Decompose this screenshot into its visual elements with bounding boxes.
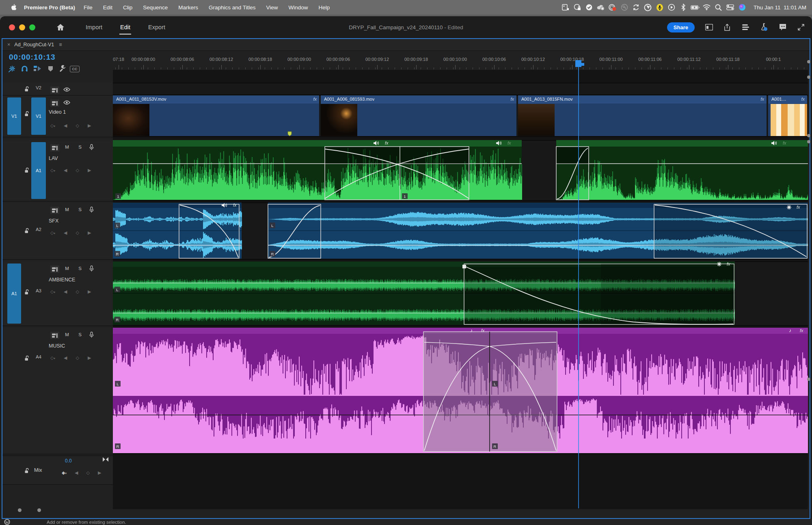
bluetooth-icon[interactable] [679, 3, 688, 12]
control-center-icon[interactable] [726, 3, 735, 12]
next-keyframe-icon[interactable]: ▶ [88, 123, 91, 128]
home-button[interactable] [56, 24, 65, 31]
apple-menu-icon[interactable] [11, 4, 17, 11]
lock-icon[interactable] [24, 167, 30, 173]
next-keyframe-icon[interactable]: ▶ [88, 168, 91, 173]
menu-item-edit[interactable]: Edit [98, 4, 118, 11]
keychain-icon[interactable] [620, 3, 629, 12]
track-target-a1[interactable]: A1 [31, 142, 46, 199]
add-keyframe-icon[interactable]: ◇ [76, 230, 79, 235]
siri-icon[interactable] [738, 3, 747, 12]
track-name-a4[interactable]: MUSIC [49, 343, 65, 349]
source-patch-a1[interactable]: A1 [7, 264, 21, 324]
solo-track-button[interactable]: S [77, 332, 83, 337]
lock-icon[interactable] [24, 289, 30, 295]
track-target-v1[interactable]: V1 [31, 97, 46, 135]
next-keyframe-icon[interactable]: ▶ [88, 289, 91, 294]
clip-marker[interactable] [287, 131, 292, 136]
voiceover-record-icon[interactable] [89, 207, 94, 213]
mute-track-button[interactable]: M [64, 332, 70, 337]
add-keyframe-icon[interactable]: ◇ [86, 470, 89, 475]
sequence-tab[interactable]: Ad_RoughCut-V1 [14, 42, 54, 48]
lock-icon[interactable] [24, 355, 30, 361]
vscroll-dot-4[interactable] [807, 140, 810, 143]
collapse-mix-icon[interactable] [102, 457, 109, 462]
menu-item-file[interactable]: File [78, 4, 98, 11]
creative-cloud-icon[interactable] [4, 519, 10, 525]
vscroll-dot-3[interactable] [807, 134, 810, 137]
tab-export[interactable]: Export [147, 22, 166, 33]
next-keyframe-icon[interactable]: ▶ [98, 470, 101, 475]
spotlight-icon[interactable] [714, 3, 723, 12]
toggle-track-output-icon[interactable] [63, 87, 70, 92]
video-clip[interactable]: A001_A006_081593.movfx [321, 95, 516, 136]
vscroll-dot-2[interactable] [807, 76, 810, 79]
keyframe-type-icon[interactable]: ◇▾ [50, 289, 55, 294]
insert-patch-icon[interactable] [50, 99, 59, 107]
insert-patch-icon[interactable] [50, 144, 59, 151]
prev-keyframe-icon[interactable]: ◀ [64, 123, 67, 128]
hscroll-handle-right[interactable] [37, 508, 41, 512]
captions-icon[interactable]: CC [70, 66, 80, 72]
screen-lock-icon[interactable] [573, 3, 582, 12]
track-target-v2[interactable]: V2 [31, 85, 46, 90]
lock-icon[interactable] [24, 86, 30, 92]
display-icon[interactable] [561, 3, 570, 12]
quick-export-icon[interactable] [723, 24, 731, 31]
menu-item-sequence[interactable]: Sequence [138, 4, 173, 11]
lock-icon[interactable] [24, 228, 30, 233]
menu-item-clip[interactable]: Clip [118, 4, 138, 11]
fullscreen-icon[interactable] [797, 24, 805, 31]
close-sequence-icon[interactable]: × [7, 42, 10, 48]
sync-icon[interactable] [632, 3, 641, 12]
track-name-a3[interactable]: AMBIENCE [49, 277, 75, 283]
audio-clip-lav-1[interactable] [113, 140, 522, 200]
prev-keyframe-icon[interactable]: ◀ [64, 355, 67, 361]
close-window-button[interactable] [9, 24, 15, 30]
next-keyframe-icon[interactable]: ▶ [88, 230, 91, 235]
vscroll-dot-5[interactable] [807, 378, 810, 381]
video-clip[interactable]: A001…fx [768, 95, 807, 136]
prev-keyframe-icon[interactable]: ◀ [64, 289, 67, 294]
vscroll-dot-1[interactable] [807, 60, 810, 63]
prev-keyframe-icon[interactable]: ◀ [64, 168, 67, 173]
nest-sequences-icon[interactable] [32, 64, 42, 73]
track-target-a4[interactable]: A4 [31, 354, 46, 359]
tab-edit[interactable]: Edit [119, 22, 131, 33]
add-keyframe-icon[interactable]: ◇ [76, 289, 79, 294]
mic-active-icon[interactable] [655, 3, 664, 12]
comments-icon[interactable] [779, 24, 787, 31]
voiceover-record-icon[interactable] [89, 266, 94, 272]
track-target-a2[interactable]: A2 [31, 227, 46, 232]
insert-patch-icon[interactable] [50, 332, 59, 339]
hscroll-handle-left[interactable] [18, 508, 22, 512]
keyframe-type-icon[interactable]: ◇▾ [50, 355, 55, 361]
keyframe-type-icon[interactable]: ◇▾ [50, 230, 55, 235]
prev-keyframe-icon[interactable]: ◀ [75, 470, 78, 475]
battery-icon[interactable] [691, 3, 700, 12]
solo-track-button[interactable]: S [77, 145, 83, 149]
wifi-icon[interactable] [702, 3, 711, 12]
keyframe-type-icon[interactable]: ◇▾ [50, 168, 55, 173]
menu-item-graphics-and-titles[interactable]: Graphics and Titles [203, 4, 261, 11]
app-menu-title[interactable]: Premiere Pro (Beta) [24, 4, 75, 11]
menu-item-view[interactable]: View [261, 4, 283, 11]
insert-patch-icon[interactable] [50, 86, 59, 94]
keyframe-type-icon[interactable]: ◇▾ [50, 123, 55, 128]
add-marker-icon[interactable] [45, 64, 55, 73]
track-name-a2[interactable]: SFX [49, 218, 58, 224]
linked-selection-icon[interactable] [7, 64, 17, 73]
video-clip[interactable]: A001_A013_0815FN.movfx [518, 95, 767, 136]
cloud-error-icon[interactable] [596, 3, 605, 12]
next-keyframe-icon[interactable]: ▶ [88, 355, 91, 361]
lock-icon[interactable] [24, 468, 30, 473]
share-button[interactable]: Share [667, 22, 695, 32]
timeline-ruler[interactable]: 07:1800:00:08:0000:00:08:0600:00:08:1200… [113, 51, 808, 70]
audio-clip-ambience[interactable] [113, 261, 735, 325]
video-clip[interactable]: A001_A011_08153V.movfx [113, 95, 319, 136]
pointer-app-icon[interactable] [644, 3, 652, 12]
audio-clip-music[interactable] [113, 328, 808, 453]
mute-track-button[interactable]: M [64, 207, 70, 212]
mute-track-button[interactable]: M [64, 145, 70, 149]
panel-menu-icon[interactable]: ≡ [59, 42, 62, 48]
